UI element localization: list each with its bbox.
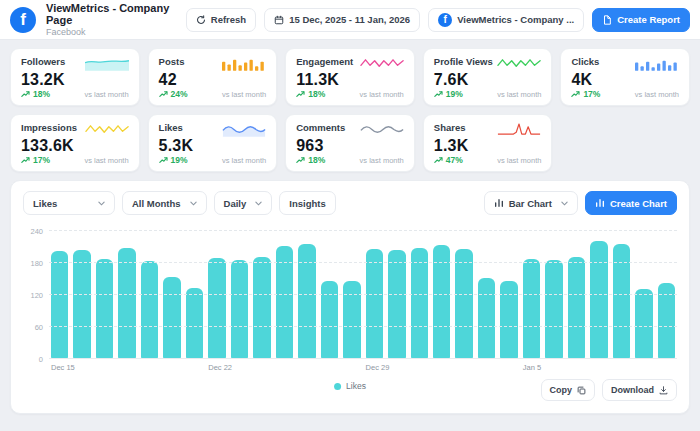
tick-cell bbox=[298, 359, 315, 375]
tick-cell bbox=[343, 359, 360, 375]
bar-cell bbox=[388, 231, 405, 359]
download-button[interactable]: Download bbox=[602, 379, 677, 401]
bars-container bbox=[49, 231, 677, 359]
bar-cell bbox=[366, 231, 383, 359]
stat-trend: 19% bbox=[171, 155, 188, 165]
tick-cell bbox=[321, 359, 338, 375]
stat-card: Clicks 4K 17% vs last month bbox=[560, 48, 690, 106]
bar[interactable] bbox=[590, 241, 607, 359]
y-axis-tick-label: 60 bbox=[35, 323, 43, 332]
y-axis-tick-label: 120 bbox=[30, 291, 43, 300]
stat-trend: 18% bbox=[308, 155, 325, 165]
bar[interactable] bbox=[366, 249, 383, 359]
bar[interactable] bbox=[478, 278, 495, 359]
bar-cell bbox=[478, 231, 495, 359]
stat-compare-label: vs last month bbox=[497, 156, 541, 165]
bar-cell bbox=[186, 231, 203, 359]
bar-cell bbox=[343, 231, 360, 359]
bar-cell bbox=[455, 231, 472, 359]
plot-area bbox=[49, 231, 677, 359]
stat-label: Profile Views bbox=[434, 56, 493, 67]
chart-type-select[interactable]: Bar Chart bbox=[484, 191, 578, 215]
bar-cell bbox=[163, 231, 180, 359]
create-chart-button[interactable]: Create Chart bbox=[585, 191, 677, 215]
stat-value: 1.3K bbox=[434, 137, 542, 155]
stat-trend: 24% bbox=[171, 89, 188, 99]
bar[interactable] bbox=[455, 249, 472, 359]
x-axis-tick-label: Dec 22 bbox=[208, 363, 232, 372]
tick-cell bbox=[141, 359, 158, 375]
stat-label: Comments bbox=[296, 122, 345, 133]
tick-cell bbox=[118, 359, 135, 375]
bar[interactable] bbox=[411, 248, 428, 359]
stat-card: Engagement 11.3K 18% vs last month bbox=[285, 48, 415, 106]
stat-value: 5.3K bbox=[159, 137, 267, 155]
bar[interactable] bbox=[388, 250, 405, 359]
stat-value: 4K bbox=[571, 71, 679, 89]
gridline bbox=[49, 294, 677, 295]
bar[interactable] bbox=[253, 257, 270, 359]
bar[interactable] bbox=[343, 281, 360, 359]
tick-cell bbox=[635, 359, 652, 375]
clicks-sparkline-icon bbox=[635, 56, 679, 71]
bar-cell bbox=[321, 231, 338, 359]
metric-select[interactable]: Likes bbox=[23, 191, 115, 215]
bar-chart-icon bbox=[494, 198, 504, 208]
bar[interactable] bbox=[208, 258, 225, 359]
stat-compare-label: vs last month bbox=[222, 156, 266, 165]
bar[interactable] bbox=[500, 281, 517, 359]
refresh-button[interactable]: Refresh bbox=[186, 8, 256, 32]
y-axis-tick-label: 240 bbox=[30, 227, 43, 236]
date-range-picker[interactable]: 15 Dec, 2025 - 11 Jan, 2026 bbox=[264, 8, 420, 32]
copy-button[interactable]: Copy bbox=[541, 379, 596, 401]
bar[interactable] bbox=[118, 248, 135, 359]
legend-dot-icon bbox=[334, 383, 341, 390]
gridline bbox=[49, 230, 677, 231]
tick-cell bbox=[478, 359, 495, 375]
bar-chart: 060120180240 bbox=[23, 231, 677, 359]
top-bar: f ViewMetrics - Company Page Facebook Re… bbox=[0, 0, 700, 40]
stat-value: 11.3K bbox=[296, 71, 404, 89]
bar-cell bbox=[635, 231, 652, 359]
tick-cell bbox=[253, 359, 270, 375]
bar[interactable] bbox=[73, 250, 90, 359]
trend-up-icon bbox=[21, 156, 30, 164]
bar[interactable] bbox=[51, 251, 68, 359]
bar[interactable] bbox=[141, 261, 158, 359]
bar-cell bbox=[208, 231, 225, 359]
stat-card: Followers 13.2K 18% vs last month bbox=[10, 48, 140, 106]
bar[interactable] bbox=[545, 260, 562, 359]
bar[interactable] bbox=[231, 260, 248, 359]
bar-cell bbox=[613, 231, 630, 359]
stat-card: Profile Views 7.6K 19% vs last month bbox=[423, 48, 553, 106]
bar-cell bbox=[118, 231, 135, 359]
download-icon bbox=[659, 386, 668, 395]
y-axis-tick-label: 180 bbox=[30, 259, 43, 268]
granularity-select[interactable]: Daily bbox=[214, 191, 273, 215]
chevron-down-icon bbox=[98, 201, 105, 206]
refresh-icon bbox=[196, 15, 206, 25]
engagement-sparkline-icon bbox=[360, 56, 404, 71]
shares-sparkline-icon bbox=[497, 122, 541, 137]
create-report-button[interactable]: Create Report bbox=[592, 8, 690, 32]
bar[interactable] bbox=[186, 288, 203, 359]
account-selector[interactable]: f ViewMetrics - Company ... bbox=[428, 8, 584, 32]
stat-compare-label: vs last month bbox=[360, 156, 404, 165]
insights-button[interactable]: Insights bbox=[279, 191, 335, 215]
stat-label: Impressions bbox=[21, 122, 77, 133]
bar[interactable] bbox=[321, 281, 338, 359]
stat-trend: 17% bbox=[583, 89, 600, 99]
posts-sparkline-icon bbox=[222, 56, 266, 71]
bar-cell bbox=[73, 231, 90, 359]
bar[interactable] bbox=[163, 277, 180, 359]
bar-cell bbox=[568, 231, 585, 359]
bar[interactable] bbox=[96, 259, 113, 359]
bar[interactable] bbox=[568, 257, 585, 359]
bar[interactable] bbox=[635, 289, 652, 359]
tick-cell bbox=[545, 359, 562, 375]
tick-cell bbox=[433, 359, 450, 375]
stat-value: 963 bbox=[296, 137, 404, 155]
months-select[interactable]: All Months bbox=[122, 191, 207, 215]
bar[interactable] bbox=[523, 259, 540, 359]
stat-value: 42 bbox=[159, 71, 267, 89]
